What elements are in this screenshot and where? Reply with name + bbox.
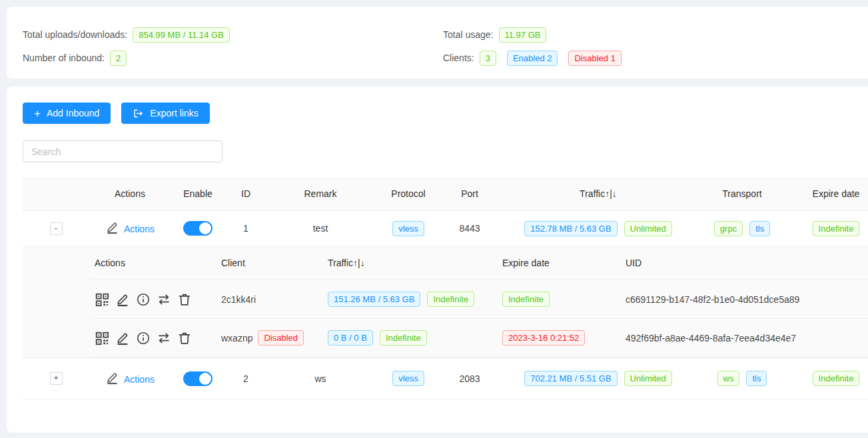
traffic-limit-badge: Unlimited bbox=[624, 221, 672, 236]
transport-network-badge: grpc bbox=[714, 221, 743, 236]
export-links-label: Export links bbox=[150, 108, 198, 118]
edit-client-icon[interactable] bbox=[115, 292, 130, 307]
expand-row-button[interactable]: + bbox=[50, 372, 63, 385]
client-traffic-badge: 0 B / 0 B bbox=[328, 330, 373, 345]
header-protocol: Protocol bbox=[374, 177, 442, 210]
header-expand bbox=[23, 177, 89, 210]
number-of-inbound: Number of inbound: 2 bbox=[23, 50, 443, 66]
enable-toggle[interactable] bbox=[183, 371, 213, 386]
table-header-row: Actions Enable ID Remark Protocol Port T… bbox=[23, 177, 868, 210]
expire-badge: Indefinite bbox=[813, 371, 860, 386]
uploads-label: Total uploads/downloads: bbox=[23, 29, 127, 40]
enable-toggle[interactable] bbox=[183, 221, 213, 236]
client-header-traffic[interactable]: Traffic↑|↓ bbox=[322, 247, 497, 280]
usage-value-badge: 11.97 GB bbox=[499, 27, 547, 43]
edit-client-icon[interactable] bbox=[115, 331, 130, 345]
plus-icon: + bbox=[34, 108, 41, 119]
inbound-value-badge: 2 bbox=[110, 51, 127, 66]
clients-enabled-badge: Enabled 2 bbox=[507, 51, 558, 66]
toolbar: + Add Inbound Export links bbox=[23, 103, 868, 124]
inbound-id: 2 bbox=[225, 358, 266, 399]
client-header-client: Client bbox=[216, 247, 322, 280]
traffic-limit-badge: Unlimited bbox=[624, 371, 672, 386]
collapse-row-button[interactable]: - bbox=[50, 222, 63, 235]
client-header-uid: UID bbox=[620, 247, 868, 280]
header-expire-date: Expire date bbox=[785, 177, 868, 210]
header-traffic[interactable]: Traffic↑|↓ bbox=[497, 177, 699, 210]
inbound-actions-menu[interactable]: Actions bbox=[105, 220, 155, 234]
client-traffic-badge: 151.26 MB / 5.63 GB bbox=[328, 292, 420, 307]
inbound-actions-menu[interactable]: Actions bbox=[105, 371, 155, 385]
stats-left: Total uploads/downloads: 854.99 MB / 11.… bbox=[23, 27, 443, 79]
header-transport: Transport bbox=[699, 177, 785, 210]
protocol-badge: vless bbox=[392, 371, 424, 386]
transport-security-badge: tls bbox=[749, 221, 770, 236]
client-expire-badge: Indefinite bbox=[502, 292, 550, 307]
reset-traffic-icon[interactable] bbox=[157, 292, 171, 307]
expanded-row: Actions Client Traffic↑|↓ Expire date UI… bbox=[23, 246, 868, 358]
client-row-1: 2c1kk4ri 151.26 MB / 5.63 GB Indefinite … bbox=[89, 280, 868, 319]
add-inbound-label: Add Inbound bbox=[47, 108, 99, 118]
stats-right: Total usage: 11.97 GB Clients: 3 Enabled… bbox=[443, 27, 863, 79]
inbound-port: 2083 bbox=[442, 358, 497, 399]
delete-client-icon[interactable] bbox=[177, 292, 192, 307]
transport-security-badge: tls bbox=[746, 371, 767, 386]
traffic-usage-badge: 702.21 MB / 5.51 GB bbox=[524, 371, 617, 386]
actions-label: Actions bbox=[124, 374, 155, 385]
actions-label: Actions bbox=[124, 224, 155, 234]
stats-card: Total uploads/downloads: 854.99 MB / 11.… bbox=[7, 7, 868, 79]
export-links-button[interactable]: Export links bbox=[121, 103, 209, 124]
clients-table: Actions Client Traffic↑|↓ Expire date UI… bbox=[89, 247, 868, 358]
inbounds-card: + Add Inbound Export links bbox=[7, 87, 868, 433]
client-expire-badge: 2023-3-16 0:21:52 bbox=[502, 330, 585, 345]
header-enable: Enable bbox=[171, 177, 225, 210]
clients-label: Clients: bbox=[443, 53, 474, 63]
clients-disabled-badge: Disabled 1 bbox=[568, 51, 621, 66]
inbound-row-2: + Actions 2 ws vless bbox=[23, 358, 868, 399]
edit-pen-icon bbox=[105, 371, 119, 385]
info-icon[interactable] bbox=[136, 331, 151, 345]
transport-network-badge: ws bbox=[717, 371, 740, 386]
qrcode-icon[interactable] bbox=[95, 331, 109, 345]
traffic-usage-badge: 152.78 MB / 5.63 GB bbox=[524, 221, 617, 236]
search-row bbox=[23, 140, 868, 162]
reset-traffic-icon[interactable] bbox=[157, 331, 171, 345]
header-id[interactable]: ID bbox=[225, 177, 266, 210]
clients-subtable-wrap: Actions Client Traffic↑|↓ Expire date UI… bbox=[23, 247, 868, 358]
client-row-2: wxaznp Disabled 0 B / 0 B Indefinite bbox=[89, 319, 868, 357]
clients-count-badge: 3 bbox=[480, 51, 496, 66]
client-disabled-badge: Disabled bbox=[258, 330, 304, 345]
clients-header-row: Actions Client Traffic↑|↓ Expire date UI… bbox=[89, 247, 868, 280]
header-port: Port bbox=[442, 177, 497, 210]
client-header-actions: Actions bbox=[89, 247, 216, 280]
total-usage: Total usage: 11.97 GB bbox=[443, 27, 863, 43]
edit-pen-icon bbox=[105, 220, 119, 234]
inbound-port: 8443 bbox=[442, 210, 497, 246]
inbound-label: Number of inbound: bbox=[23, 53, 105, 63]
client-traffic-limit-badge: Indefinite bbox=[380, 330, 427, 345]
inbound-remark: test bbox=[266, 210, 374, 246]
search-input[interactable] bbox=[23, 140, 222, 162]
export-icon bbox=[133, 108, 144, 119]
client-uid: c6691129-b147-48f2-b1e0-4d051dce5a89 bbox=[620, 280, 868, 319]
delete-client-icon[interactable] bbox=[177, 331, 192, 345]
add-inbound-button[interactable]: + Add Inbound bbox=[23, 103, 111, 124]
uploads-value-badge: 854.99 MB / 11.14 GB bbox=[133, 27, 230, 43]
info-icon[interactable] bbox=[136, 292, 151, 307]
inbound-id: 1 bbox=[225, 210, 266, 246]
expire-badge: Indefinite bbox=[813, 221, 860, 236]
client-name: 2c1kk4ri bbox=[221, 294, 256, 305]
header-remark: Remark bbox=[266, 177, 374, 210]
usage-label: Total usage: bbox=[443, 29, 494, 40]
protocol-badge: vless bbox=[392, 221, 424, 236]
inbounds-table: Actions Enable ID Remark Protocol Port T… bbox=[23, 177, 868, 399]
qrcode-icon[interactable] bbox=[95, 292, 109, 307]
client-traffic-limit-badge: Indefinite bbox=[427, 292, 474, 307]
client-uid: 492f69bf-a8ae-4469-8afa-7eea4d34e4e7 bbox=[620, 319, 868, 357]
total-uploads-downloads: Total uploads/downloads: 854.99 MB / 11.… bbox=[23, 27, 443, 43]
inbound-row-1: - Actions 1 test vless bbox=[23, 210, 868, 246]
header-actions: Actions bbox=[89, 177, 171, 210]
client-name: wxaznp bbox=[221, 333, 252, 343]
client-header-expire: Expire date bbox=[497, 247, 620, 280]
clients-stats: Clients: 3 Enabled 2 Disabled 1 bbox=[443, 50, 863, 66]
